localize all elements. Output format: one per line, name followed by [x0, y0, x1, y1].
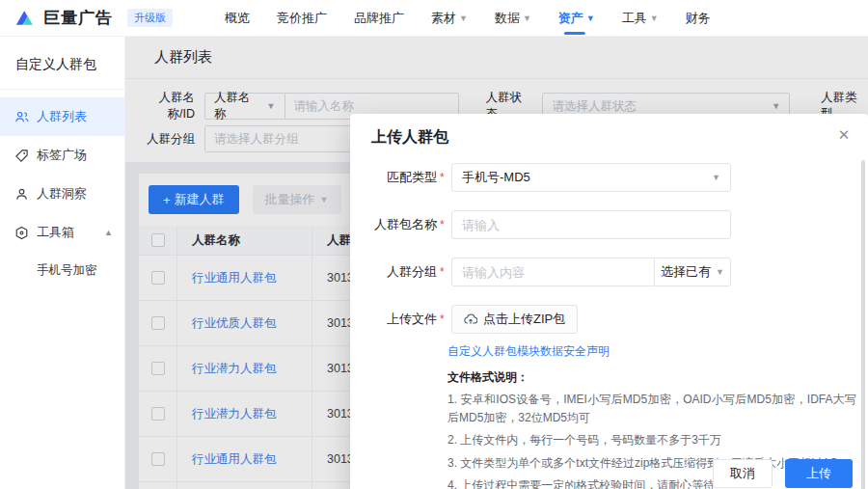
field-upload: 上传文件 * 点击上传ZIP包 — [373, 305, 849, 334]
modal-scrollbar[interactable] — [861, 160, 865, 489]
field-match-type: 匹配类型 * 手机号-MD5 ▼ — [373, 163, 849, 192]
nav-item-creative[interactable]: 素材▼ — [431, 0, 468, 37]
chevron-down-icon: ▼ — [716, 267, 724, 277]
group-label: 人群分组 — [373, 263, 437, 281]
upload-file-label: 上传文件 — [373, 311, 437, 328]
nav-item-overview[interactable]: 概览 — [225, 0, 250, 37]
app-title: 巨量广告 — [43, 7, 113, 29]
modal-header: 上传人群包 ✕ — [350, 114, 868, 153]
nav-item-tools[interactable]: 工具▼ — [622, 0, 659, 37]
upload-submit-button[interactable]: 上传 — [785, 459, 853, 488]
mountain-logo-icon — [15, 9, 37, 27]
field-package-name: 人群包名称 * — [373, 210, 849, 239]
chevron-down-icon: ▼ — [459, 14, 468, 23]
match-type-label: 匹配类型 — [373, 169, 437, 186]
nav-menu: 概览 竞价推广 品牌推广 素材▼ 数据▼ 资产▼ 工具▼ 财务 — [198, 0, 711, 37]
data-security-link[interactable]: 自定义人群包模块数据安全声明 — [448, 343, 610, 360]
sidebar-item-audience-insight[interactable]: 人群洞察 — [0, 175, 124, 213]
required-asterisk: * — [440, 312, 448, 326]
brand-logo[interactable]: 巨量广告 升级版 — [15, 7, 173, 29]
upgrade-badge: 升级版 — [127, 9, 173, 27]
chevron-down-icon: ▼ — [586, 14, 595, 23]
people-icon — [14, 110, 29, 124]
nav-item-finance[interactable]: 财务 — [686, 0, 711, 37]
package-name-label: 人群包名称 — [373, 216, 437, 233]
tag-icon — [14, 149, 29, 163]
modal-body: 匹配类型 * 手机号-MD5 ▼ 人群包名称 * 人群分组 * 选择已有 — [350, 153, 868, 489]
modal-title: 上传人群包 — [371, 128, 448, 145]
group-input[interactable] — [451, 258, 654, 286]
upload-audience-modal: 上传人群包 ✕ 匹配类型 * 手机号-MD5 ▼ 人群包名称 * 人群分组 * — [350, 114, 868, 489]
cancel-button[interactable]: 取消 — [713, 459, 773, 488]
group-combo: 选择已有 ▼ — [451, 258, 731, 286]
format-title: 文件格式说明： — [448, 369, 856, 386]
match-type-select[interactable]: 手机号-MD5 ▼ — [451, 163, 731, 192]
format-item-2: 2. 上传文件内，每行一个号码，号码数量不多于3千万 — [448, 431, 856, 449]
upload-zip-button[interactable]: 点击上传ZIP包 — [451, 305, 578, 334]
required-asterisk: * — [440, 218, 448, 231]
sidebar-title: 自定义人群包 — [0, 37, 124, 89]
required-asterisk: * — [440, 171, 448, 184]
chevron-down-icon: ▼ — [650, 14, 659, 23]
package-name-input[interactable] — [451, 210, 731, 239]
sidebar-item-toolbox[interactable]: 工具箱 ▲ — [0, 213, 124, 252]
divider — [0, 89, 124, 90]
app-root: 巨量广告 升级版 概览 竞价推广 品牌推广 素材▼ 数据▼ 资产▼ 工具▼ 财务… — [0, 0, 868, 489]
sidebar-subitem-phone-encrypt[interactable]: 手机号加密 — [0, 252, 124, 288]
sidebar: 自定义人群包 人群列表 标签广场 人群洞察 — [0, 37, 125, 489]
nav-item-data[interactable]: 数据▼ — [495, 0, 531, 37]
required-asterisk: * — [440, 265, 448, 279]
format-item-1: 1. 安卓和IOS设备号，IMEI小写后MD5加密，OAID小写后MD5加密，I… — [448, 391, 856, 426]
cloud-upload-icon — [464, 312, 477, 326]
nav-item-assets[interactable]: 资产▼ — [558, 0, 595, 37]
field-group: 人群分组 * 选择已有 ▼ — [373, 258, 849, 286]
nav-item-bidding[interactable]: 竞价推广 — [277, 0, 327, 37]
chevron-down-icon: ▼ — [712, 173, 720, 182]
sidebar-item-audience-list[interactable]: 人群列表 — [0, 97, 124, 136]
close-icon[interactable]: ✕ — [834, 125, 854, 145]
nav-item-brand[interactable]: 品牌推广 — [354, 0, 404, 37]
person-icon — [14, 187, 29, 202]
sidebar-item-tag-square[interactable]: 标签广场 — [0, 136, 124, 175]
top-nav: 巨量广告 升级版 概览 竞价推广 品牌推广 素材▼ 数据▼ 资产▼ 工具▼ 财务 — [0, 0, 868, 37]
modal-footer: 取消 上传 — [713, 459, 853, 488]
toolbox-icon — [14, 226, 29, 240]
chevron-up-icon[interactable]: ▲ — [104, 228, 113, 237]
select-existing-button[interactable]: 选择已有 ▼ — [654, 258, 731, 286]
chevron-down-icon: ▼ — [523, 14, 531, 23]
